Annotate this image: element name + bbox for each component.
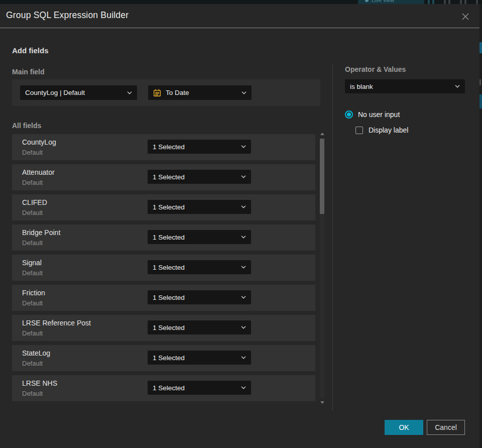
chevron-down-icon bbox=[241, 175, 246, 178]
checkbox-unchecked-icon bbox=[355, 127, 363, 134]
chevron-down-icon bbox=[241, 296, 246, 299]
display-label-label: Display label bbox=[369, 126, 408, 134]
field-selected-dropdown[interactable]: 1 Selected bbox=[148, 381, 251, 395]
toolbar-bar-icon bbox=[432, 0, 434, 4]
selected-count-label: 1 Selected bbox=[153, 294, 185, 301]
operator-select-value: is blank bbox=[350, 83, 373, 90]
toolbar-bar-icon bbox=[476, 0, 478, 4]
selected-count-label: 1 Selected bbox=[153, 384, 185, 392]
main-field-container: CountyLog | Default To Date bbox=[12, 79, 320, 106]
radio-selected-icon bbox=[345, 110, 353, 119]
field-row: Bridge Point Default 1 Selected bbox=[12, 225, 315, 251]
live-view-button[interactable]: Live view bbox=[358, 0, 424, 4]
chevron-down-icon bbox=[455, 85, 460, 88]
field-selected-dropdown[interactable]: 1 Selected bbox=[148, 170, 251, 184]
field-row: Friction Default 1 Selected bbox=[12, 285, 315, 311]
scrollbar-track[interactable] bbox=[320, 139, 324, 398]
field-row: CountyLog Default 1 Selected bbox=[12, 134, 315, 160]
background-app-right-sliver bbox=[479, 4, 482, 448]
chevron-down-icon bbox=[241, 266, 246, 269]
dialog-title: Group SQL Expression Builder bbox=[6, 10, 129, 21]
chevron-down-icon bbox=[241, 236, 246, 239]
field-row: Attenuator Default 1 Selected bbox=[12, 164, 315, 190]
cancel-button[interactable]: Cancel bbox=[427, 420, 465, 435]
selected-count-label: 1 Selected bbox=[153, 264, 185, 271]
chevron-down-icon bbox=[242, 91, 247, 94]
selected-count-label: 1 Selected bbox=[153, 234, 185, 241]
no-user-input-label: No user input bbox=[358, 110, 400, 119]
add-fields-heading: Add fields bbox=[12, 46, 49, 55]
field-row: LRSE NHS Default 1 Selected bbox=[12, 375, 315, 401]
toolbar-bar-icon bbox=[444, 0, 446, 4]
main-field-select[interactable]: CountyLog | Default bbox=[20, 85, 137, 100]
all-fields-label: All fields bbox=[12, 122, 41, 130]
operator-select[interactable]: is blank bbox=[345, 79, 465, 93]
field-selected-dropdown[interactable]: 1 Selected bbox=[148, 260, 251, 274]
close-button[interactable] bbox=[459, 11, 471, 23]
selected-count-label: 1 Selected bbox=[153, 354, 185, 362]
chevron-down-icon bbox=[241, 145, 246, 148]
date-field-select[interactable]: To Date bbox=[148, 85, 252, 100]
field-row: StateLog Default 1 Selected bbox=[12, 345, 315, 371]
toolbar-bar-icon bbox=[448, 0, 450, 4]
chevron-down-icon bbox=[241, 386, 246, 389]
background-app-topbar: Live view bbox=[0, 0, 482, 4]
no-user-input-radio[interactable]: No user input bbox=[345, 110, 400, 119]
chevron-down-icon bbox=[241, 205, 246, 208]
field-selected-dropdown[interactable]: 1 Selected bbox=[148, 230, 251, 244]
main-field-select-value: CountyLog | Default bbox=[25, 89, 85, 96]
group-sql-expression-builder-dialog: Group SQL Expression Builder Add fields … bbox=[0, 4, 479, 448]
calendar-icon bbox=[153, 89, 161, 97]
live-view-dot-icon bbox=[365, 0, 369, 2]
scroll-down-icon[interactable] bbox=[320, 401, 324, 404]
field-selected-dropdown[interactable]: 1 Selected bbox=[148, 200, 251, 214]
scroll-up-icon[interactable] bbox=[320, 133, 324, 135]
close-icon bbox=[461, 13, 469, 21]
field-row: Signal Default 1 Selected bbox=[12, 255, 315, 281]
selected-count-label: 1 Selected bbox=[153, 203, 185, 211]
dialog-titlebar: Group SQL Expression Builder bbox=[0, 4, 479, 28]
chevron-down-icon bbox=[241, 356, 246, 359]
background-blue-block bbox=[479, 94, 482, 108]
operator-values-heading: Operator & Values bbox=[345, 65, 406, 73]
ok-button[interactable]: OK bbox=[385, 420, 423, 435]
background-gray-mark bbox=[479, 79, 481, 85]
all-fields-list: CountyLog Default 1 Selected Attenuator … bbox=[12, 134, 315, 405]
selected-count-label: 1 Selected bbox=[153, 324, 185, 331]
field-selected-dropdown[interactable]: 1 Selected bbox=[148, 320, 251, 334]
field-selected-dropdown[interactable]: 1 Selected bbox=[148, 351, 251, 365]
chevron-down-icon bbox=[127, 91, 132, 94]
field-row: CLIFED Default 1 Selected bbox=[12, 194, 315, 220]
chevron-down-icon bbox=[241, 326, 246, 329]
toolbar-bar-icon bbox=[464, 0, 466, 4]
field-selected-dropdown[interactable]: 1 Selected bbox=[148, 140, 251, 154]
selected-count-label: 1 Selected bbox=[153, 173, 185, 181]
date-field-select-value: To Date bbox=[166, 89, 189, 96]
field-selected-dropdown[interactable]: 1 Selected bbox=[148, 290, 251, 304]
toolbar-bar-icon bbox=[428, 0, 430, 4]
background-blue-block bbox=[479, 42, 482, 53]
live-view-label: Live view bbox=[372, 0, 394, 4]
toolbar-bar-icon bbox=[460, 0, 462, 4]
scrollbar-thumb[interactable] bbox=[320, 139, 324, 214]
display-label-checkbox[interactable]: Display label bbox=[355, 126, 408, 134]
main-field-label: Main field bbox=[12, 68, 45, 76]
field-row: LRSE Reference Post Default 1 Selected bbox=[12, 315, 315, 341]
fields-scrollbar[interactable] bbox=[320, 133, 325, 404]
panel-divider bbox=[332, 64, 333, 411]
selected-count-label: 1 Selected bbox=[153, 143, 185, 151]
